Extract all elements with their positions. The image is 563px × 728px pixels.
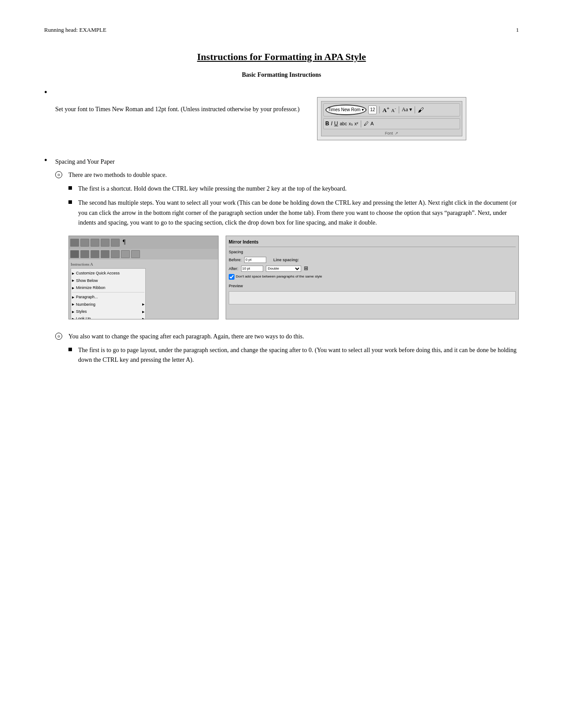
ticon-shading <box>121 250 130 258</box>
checkbox-row: Don't add space between paragraphs of th… <box>229 274 516 280</box>
ticon-sort <box>111 239 120 247</box>
italic-btn[interactable]: I <box>331 120 333 128</box>
sub-text-double-space: There are two methods to double space. <box>68 172 167 178</box>
separator2 <box>399 106 399 113</box>
sub-content-spacing-after: You also want to change the spacing afte… <box>68 332 519 369</box>
sub-content-double-space: There are two methods to double space. T… <box>68 170 519 327</box>
toolbar-row1: Times New Rom ▾ 12 A+ A- Aа ▾ 🖌 <box>323 103 460 116</box>
square-item-multiple-steps: The second has multiple steps. You want … <box>68 198 519 228</box>
bullet-item-spacing: • Spacing and Your Paper o There are two… <box>44 157 519 374</box>
font-expand-icon[interactable]: ↗ <box>395 130 398 136</box>
ticon-justify <box>101 250 110 258</box>
spacing-section: Spacing <box>229 249 516 255</box>
preview-label: Preview <box>229 283 516 289</box>
bullet-section-font: • Set your font to Times New Roman and 1… <box>44 89 519 148</box>
screenshot-paragraph-dialog: Mirror Indents Spacing Before: Line spac… <box>226 236 519 319</box>
pilcrow-icon: ¶ <box>123 237 125 247</box>
checkbox-label: Don't add space between paragraphs of th… <box>236 274 322 280</box>
separator4 <box>361 120 361 128</box>
ticon-border <box>131 250 140 258</box>
square-bullet-list-2: The first is to go to page layout, under… <box>68 345 519 365</box>
running-head-text: Running head: EXAMPLE <box>44 26 106 34</box>
expand-btn[interactable]: ⊞ <box>304 264 308 273</box>
superscript-btn[interactable]: x² <box>355 120 358 128</box>
text-highlight-btn[interactable]: 🖊 <box>364 120 369 128</box>
subscript-btn[interactable]: x₁ <box>349 120 353 128</box>
ticon-indent <box>101 239 110 247</box>
ticon-align-right <box>91 250 99 258</box>
font-color-btn[interactable]: A <box>370 120 374 128</box>
square-item-shortcut: The first is a shortcut. Hold down the C… <box>68 184 519 194</box>
ticon-align-left <box>70 250 79 258</box>
screenshot-paragraph-toolbar: ¶ <box>68 236 219 319</box>
after-label: After: <box>229 266 238 272</box>
strikethrough-btn[interactable]: abc <box>340 120 347 128</box>
square-text-page-layout: The first is to go to page layout, under… <box>78 345 519 365</box>
subtitle: Basic Formatting Instructions <box>44 71 519 79</box>
underline-btn[interactable]: U <box>334 120 338 128</box>
square-dot-2 <box>68 200 72 204</box>
bullet-dot-font: • <box>44 87 47 98</box>
dropdown-overlay: Instructions A ▶ Customize Quick Access … <box>69 259 218 320</box>
clear-format-btn[interactable]: 🖌 <box>418 105 424 115</box>
font-size-input[interactable]: 12 <box>368 105 377 114</box>
shrink-font-btn[interactable]: A- <box>391 105 396 114</box>
menu-item-minimize[interactable]: ▶ Minimize Ribbon <box>72 284 144 291</box>
sub-circle-2: o <box>55 333 62 340</box>
dont-add-space-checkbox[interactable] <box>229 274 234 280</box>
line-spacing-label-right: Line spacing: <box>273 257 299 263</box>
dropdown-menu: ▶ Customize Quick Access ▶ Show Below ▶ … <box>71 268 146 319</box>
sub-circle-1: o <box>55 171 62 178</box>
square-dot-3 <box>68 348 72 351</box>
menu-item-showbelow[interactable]: ▶ Show Below <box>72 277 144 284</box>
ticon-numbering <box>91 239 99 247</box>
ticon-linespace <box>111 250 120 258</box>
bullet-content-spacing: Spacing and Your Paper o There are two m… <box>55 157 519 374</box>
menu-item-customize[interactable]: ▶ Customize Quick Access <box>72 270 144 277</box>
ticon-bullets <box>80 239 89 247</box>
page-number: 1 <box>516 26 519 34</box>
before-value-input[interactable] <box>244 257 266 263</box>
change-case-btn[interactable]: Aа ▾ <box>402 105 412 114</box>
bullet-item-font: • Set your font to Times New Roman and 1… <box>44 89 519 148</box>
bold-btn[interactable]: B <box>325 120 329 128</box>
square-dot-1 <box>68 186 72 190</box>
line-spacing-dropdown[interactable]: Double Single 1.5 lines <box>266 266 301 272</box>
running-head: Running head: EXAMPLE 1 <box>44 26 519 34</box>
after-value-input[interactable] <box>241 266 263 272</box>
screenshots-row: ¶ <box>68 236 519 319</box>
separator1 <box>379 106 380 113</box>
menu-item-paragraph[interactable]: ▶ Paragraph... <box>72 293 144 300</box>
font-name-input[interactable]: Times New Rom ▾ <box>325 105 367 115</box>
dialog-title: Mirror Indents <box>229 239 516 247</box>
sub-text-spacing-after: You also want to change the spacing afte… <box>68 333 304 340</box>
page: Running head: EXAMPLE 1 Instructions for… <box>0 0 563 728</box>
separator3 <box>415 106 415 113</box>
sub-list-spacing: o There are two methods to double space.… <box>55 170 519 369</box>
bullet-dot-spacing: • <box>44 155 47 165</box>
toolbar-icons-bottom <box>69 249 218 259</box>
screenshot-left-inner: ¶ <box>69 236 218 319</box>
menu-item-styles[interactable]: ▶ Styles ▶ <box>72 308 144 315</box>
square-item-page-layout: The first is to go to page layout, under… <box>68 345 519 365</box>
square-text-shortcut: The first is a shortcut. Hold down the C… <box>78 184 519 194</box>
spacing-label: Spacing <box>229 249 243 255</box>
toolbar-icons-top: ¶ <box>69 236 218 248</box>
dropdown-hint: Instructions A <box>71 261 216 267</box>
ticon-align-center <box>80 250 89 258</box>
bullet-text-spacing: Spacing and Your Paper <box>55 158 115 165</box>
menu-item-lookup[interactable]: ▶ Look Up ▶ <box>72 315 144 319</box>
font-label: Font ↗ <box>323 130 460 136</box>
grow-font-btn[interactable]: A+ <box>382 105 389 115</box>
sub-item-double-space: o There are two methods to double space.… <box>55 170 519 327</box>
sub-item-spacing-after: o You also want to change the spacing af… <box>55 332 519 369</box>
before-label: Before: <box>229 257 242 263</box>
bullet-section-spacing: • Spacing and Your Paper o There are two… <box>44 157 519 374</box>
font-toolbar-inner: Times New Rom ▾ 12 A+ A- Aа ▾ 🖌 B <box>321 101 462 136</box>
square-text-multiple-steps: The second has multiple steps. You want … <box>78 198 519 228</box>
main-title: Instructions for Formatting in APA Style <box>44 51 519 63</box>
before-row: Before: Line spacing: <box>229 257 516 263</box>
square-bullet-list-1: The first is a shortcut. Hold down the C… <box>68 184 519 228</box>
ticon-list <box>70 239 79 247</box>
menu-item-numbering[interactable]: ▶ Numbering ▶ <box>72 301 144 308</box>
